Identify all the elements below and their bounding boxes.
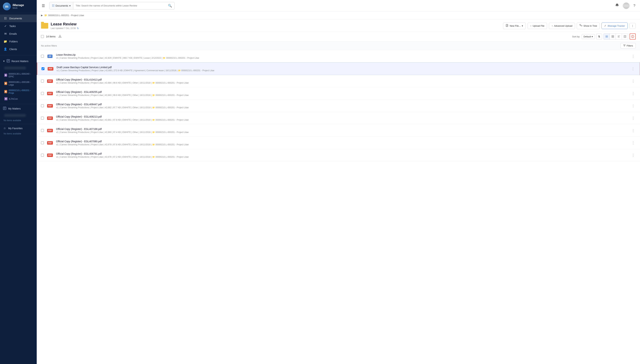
my-favorites-label: My Favorites bbox=[8, 127, 23, 130]
sidebar-item-clients[interactable]: 👤 Clients bbox=[0, 45, 37, 53]
search-type-chevron: ▾ bbox=[69, 4, 71, 7]
doc-menu-button[interactable]: ⋮ bbox=[631, 140, 636, 146]
export-icon[interactable] bbox=[58, 34, 62, 38]
doc-menu-button[interactable]: ⋮ bbox=[631, 103, 636, 109]
pdf-file-icon: PDF bbox=[47, 92, 53, 95]
sidebar-item-folders[interactable]: 📁 Folders bbox=[0, 38, 37, 45]
table-row[interactable]: PDF Draft Lease Barclays Capital Service… bbox=[37, 62, 640, 75]
filters-label: Filters bbox=[627, 44, 633, 47]
filters-button[interactable]: Filters bbox=[620, 43, 636, 48]
table-row[interactable]: PDF Official Copy (Register) - EGL406791… bbox=[37, 149, 640, 162]
doc-checkbox-4[interactable] bbox=[41, 92, 44, 95]
search-input[interactable] bbox=[73, 2, 166, 9]
sort-select[interactable]: Default ▾ bbox=[582, 34, 595, 39]
doc-name: Official Copy (Register) - EGL407168.pdf bbox=[56, 128, 628, 130]
doc-meta: v1 | Cameo Streaming Productions | Proje… bbox=[56, 106, 628, 109]
folder-title: Lease Review bbox=[51, 22, 79, 26]
breadcrumb-arrow: ▶ bbox=[41, 14, 43, 17]
bell-icon[interactable] bbox=[614, 2, 620, 9]
help-icon[interactable]: ? bbox=[632, 2, 636, 9]
matter-icon-orange bbox=[4, 82, 7, 85]
doc-checkbox-3[interactable] bbox=[41, 80, 44, 82]
grid-view-button[interactable] bbox=[610, 34, 616, 39]
doc-menu-button[interactable]: ⋮ bbox=[631, 78, 636, 84]
recent-matters-header[interactable]: ▼ Recent Matters bbox=[0, 58, 37, 65]
breadcrumb-folder-icon[interactable]: 📁 00000210.L-000201 - Project Litae bbox=[44, 14, 84, 17]
preview-view-button[interactable] bbox=[622, 34, 628, 39]
doc-checkbox-9[interactable] bbox=[41, 154, 44, 156]
table-row[interactable]: ZIP Lease Review.zip v1 | Cameo Streamin… bbox=[37, 50, 640, 62]
doc-checkbox-1[interactable] bbox=[41, 55, 44, 58]
upload-file-button[interactable]: ↑ Upload File bbox=[527, 23, 547, 29]
sort-order-button[interactable]: ⇅ bbox=[596, 34, 602, 39]
breadcrumb: ▶ 📁 00000210.L-000201 - Project Litae bbox=[37, 12, 640, 19]
doc-menu-button[interactable]: ⋮ bbox=[630, 66, 635, 72]
doc-icon-wrap: PDF bbox=[46, 126, 54, 134]
advanced-upload-icon: ↑ bbox=[551, 24, 553, 28]
svg-rect-7 bbox=[580, 24, 581, 25]
doc-info: Official Copy (Register) - EGL406791.pdf… bbox=[56, 152, 628, 158]
hamburger-button[interactable]: ☰ bbox=[40, 2, 46, 9]
doc-info: Official Copy (Register) - EGL410413.pdf… bbox=[56, 78, 628, 84]
matter-icon-orange-2 bbox=[4, 90, 7, 93]
table-row[interactable]: PDF Official Copy (Register) - EGL407080… bbox=[37, 137, 640, 149]
imanage-tracker-button[interactable]: ✓ iManage Tracker bbox=[601, 22, 628, 29]
email-icon: ✉ bbox=[4, 32, 7, 36]
doc-meta: v1 | Cameo Streaming Productions | Proje… bbox=[57, 69, 628, 72]
topbar: ☰ ☷ Documents ▾ 🔍 ? bbox=[37, 0, 640, 12]
doc-checkbox-2[interactable] bbox=[42, 67, 45, 70]
doc-name: Official Copy (Register) - EGL408447.pdf bbox=[56, 103, 628, 106]
doc-menu-button[interactable]: ⋮ bbox=[631, 115, 636, 121]
user-avatar[interactable] bbox=[623, 2, 629, 9]
search-type-selector[interactable]: ☷ Documents ▾ bbox=[50, 2, 73, 9]
new-file-button[interactable]: New File... ▾ bbox=[503, 22, 525, 29]
table-row[interactable]: PDF Official Copy (Register) - EGL409255… bbox=[37, 87, 640, 100]
doc-menu-button[interactable]: ⋮ bbox=[631, 152, 636, 158]
sidebar-matter-rm2[interactable]: 00000186.L-000186 - Lega bbox=[0, 79, 37, 88]
doc-info: Official Copy (Register) - EGL408447.pdf… bbox=[56, 103, 628, 109]
doc-menu-button[interactable]: ⋮ bbox=[631, 90, 636, 96]
folder-title-row: Lease Review Last Updated 7 Oct, 15:56 ↻… bbox=[41, 22, 636, 30]
matter-rm4-label: ILTACon bbox=[9, 98, 18, 100]
sidebar-matter-rm3[interactable]: 00000210.L-000201 - Proje bbox=[0, 88, 37, 96]
upload-file-label: Upload File bbox=[532, 24, 544, 27]
svg-rect-10 bbox=[613, 36, 614, 36]
my-favorites-section[interactable]: ☆ My Favorites bbox=[0, 125, 37, 132]
sidebar-item-emails[interactable]: ✉ Emails bbox=[0, 30, 37, 38]
matter-icon-purple-2 bbox=[4, 97, 8, 100]
search-button[interactable]: 🔍 bbox=[166, 2, 174, 9]
app-logo[interactable]: m iManage Work bbox=[0, 0, 37, 13]
doc-checkbox-6[interactable] bbox=[41, 117, 44, 120]
doc-checkbox-7[interactable] bbox=[41, 129, 44, 132]
list-view-button[interactable] bbox=[604, 34, 610, 39]
doc-info: Official Copy (Register) - EGL407168.pdf… bbox=[56, 128, 628, 134]
sidebar-item-documents[interactable]: ☷ Documents bbox=[0, 14, 37, 22]
chevron-down-icon: ▼ bbox=[3, 60, 5, 62]
svg-rect-13 bbox=[624, 36, 626, 38]
new-file-icon bbox=[506, 24, 508, 28]
more-actions-button[interactable]: ⋮ bbox=[629, 23, 636, 29]
table-row[interactable]: PDF Official Copy (Register) - EGL408447… bbox=[37, 100, 640, 112]
detail-view-button[interactable] bbox=[616, 34, 622, 39]
folder-title-text: Lease Review Last Updated 7 Oct, 15:56 ↻ bbox=[51, 22, 79, 30]
table-row[interactable]: PDF Official Copy (Register) - EGL410413… bbox=[37, 75, 640, 87]
table-row[interactable]: PDF Official Copy (Register) - EGL407168… bbox=[37, 124, 640, 137]
doc-menu-button[interactable]: ⋮ bbox=[631, 128, 636, 133]
info-button[interactable] bbox=[629, 34, 636, 40]
doc-meta: v1 | Cameo Streaming Productions | Proje… bbox=[56, 131, 628, 134]
select-all-checkbox[interactable] bbox=[41, 35, 44, 38]
sidebar-item-tasks[interactable]: ✓ Tasks bbox=[0, 22, 37, 30]
doc-menu-button[interactable]: ⋮ bbox=[631, 53, 636, 59]
sidebar-matter-rm1[interactable]: 00000130.L-000240 - EPIC bbox=[0, 71, 37, 79]
more-icon: ⋮ bbox=[631, 24, 634, 27]
sidebar-matter-rm4[interactable]: ILTACon bbox=[0, 96, 37, 102]
table-row[interactable]: PDF Official Copy (Register) - EGL408213… bbox=[37, 112, 640, 124]
document-icon: ☷ bbox=[4, 17, 7, 20]
advanced-upload-button[interactable]: ↑ Advanced Upload bbox=[549, 23, 575, 29]
doc-checkbox-5[interactable] bbox=[41, 104, 44, 107]
my-matters-section[interactable]: My Matters bbox=[0, 105, 37, 112]
refresh-icon[interactable]: ↻ bbox=[77, 27, 79, 30]
show-in-tree-button[interactable]: Show in Tree bbox=[577, 22, 600, 29]
breadcrumb-path: 00000210.L-000201 - Project Litae bbox=[48, 14, 84, 17]
doc-checkbox-8[interactable] bbox=[41, 142, 44, 144]
